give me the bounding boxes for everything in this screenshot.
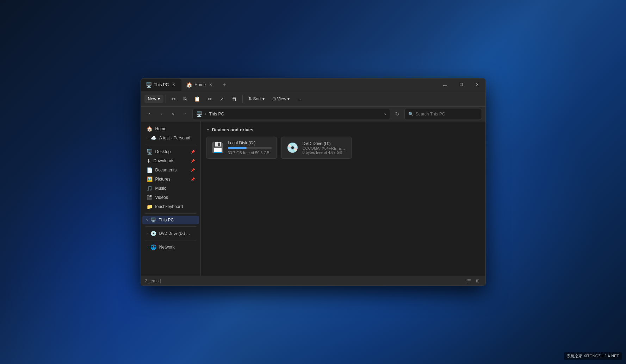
copy-icon: ⎘ [184,96,186,102]
this-pc-sidebar-icon: 🖥️ [151,218,156,222]
local-disk-bar-fill [228,147,247,149]
section-toggle[interactable]: ▼ [206,128,210,132]
sidebar-item-documents[interactable]: 📄 Documents 📌 [142,165,199,175]
status-separator: | [160,278,161,283]
home-icon: 🏠 [147,126,153,132]
sidebar-item-videos[interactable]: 🎬 Videos [142,193,199,202]
view-button[interactable]: ⊞ View ▾ [269,95,293,103]
tab-this-pc[interactable]: 🖥️ This PC ✕ [141,79,182,91]
minimize-button[interactable]: — [437,79,453,91]
delete-icon: 🗑 [232,96,237,102]
address-caret: › [205,112,206,117]
search-box[interactable]: 🔍 [404,109,482,119]
forward-button[interactable]: › [156,109,166,119]
this-pc-tab-close[interactable]: ✕ [171,82,176,88]
view-label: View [277,96,286,101]
sidebar-item-this-pc[interactable]: › 🖥️ This PC [142,216,199,224]
dvd-drive-subtitle: CCCOMA_X64FRE_EN-US_DV9 [303,146,346,150]
back-button[interactable]: ‹ [144,109,154,119]
address-expand-icon[interactable]: ∨ [384,112,386,116]
sidebar-item-pictures[interactable]: 🖼️ Pictures 📌 [142,175,199,184]
copy-button[interactable]: ⎘ [180,94,190,103]
close-button[interactable]: ✕ [469,79,485,91]
new-tab-button[interactable]: + [218,79,230,91]
cloud-expand-arrow: › [147,136,148,140]
sidebar-item-home[interactable]: 🏠 Home [142,124,199,133]
paste-icon: 📋 [194,96,200,102]
maximize-button[interactable]: ☐ [453,79,469,91]
delete-button[interactable]: 🗑 [228,94,240,103]
pictures-pin-icon: 📌 [191,177,195,181]
view-icon: ⊞ [272,96,276,101]
sidebar-touchkeyboard-label: touchkeyboard [155,204,183,209]
local-disk-info: Local Disk (C:) 33.7 GB free of 59.3 GB [228,140,272,155]
sidebar-music-label: Music [155,186,166,191]
this-pc-expand-arrow: › [147,218,148,222]
address-field[interactable]: 🖥️ › This PC ∨ [192,109,390,119]
new-button[interactable]: New ▾ [144,95,163,103]
desktop-pin-icon: 📌 [191,150,195,154]
sidebar-downloads-label: Downloads [154,158,174,163]
sort-button[interactable]: ⇅ Sort ▾ [245,95,268,103]
home-tab-icon: 🏠 [186,82,192,88]
toolbar-separator-1 [166,95,166,103]
cut-button[interactable]: ✂ [168,94,179,103]
drive-item-d[interactable]: 💿 DVD Drive (D:) CCCOMA_X64FRE_EN-US_DV9… [281,137,352,159]
watermark: 系统之家 XITONGZHIJIA.NET [564,352,622,360]
this-pc-tab-label: This PC [154,82,169,87]
documents-icon: 📄 [147,167,153,173]
status-item-count: 2 items | [145,278,161,283]
sidebar-pictures-label: Pictures [155,177,171,182]
up-button[interactable]: ↑ [180,109,190,119]
search-input[interactable] [416,112,478,117]
section-header: ▼ Devices and drives [206,127,480,132]
dvd-drive-info: DVD Drive (D:) CCCOMA_X64FRE_EN-US_DV9 0… [303,141,346,155]
tab-home[interactable]: 🏠 Home ✕ [181,79,218,91]
new-label: New [148,96,156,101]
share-button[interactable]: ↗ [216,94,228,103]
more-button[interactable]: ··· [294,95,304,103]
sort-dropdown-icon: ▾ [262,96,265,101]
this-pc-tab-icon: 🖥️ [146,82,152,88]
dropdown-button[interactable]: ∨ [168,109,178,119]
sidebar-item-dvd[interactable]: › 💿 DVD Drive (D:) CCCOMA_X64F... [142,229,199,238]
drive-item-c[interactable]: 💾 Local Disk (C:) 33.7 GB free of 59.3 G… [206,137,277,159]
search-icon: 🔍 [408,112,414,117]
status-bar: 2 items | ☰ ⊞ [141,276,485,285]
list-view-button[interactable]: ☰ [466,277,473,284]
local-disk-icon-container: 💾 [212,142,224,154]
sidebar-cloud-label: A test - Personal [159,136,190,140]
local-disk-name: Local Disk (C:) [228,140,272,145]
sidebar-item-cloud[interactable]: › ☁️ A test - Personal [142,133,199,143]
paste-button[interactable]: 📋 [191,94,204,103]
sidebar-item-downloads[interactable]: ⬇ Downloads 📌 [142,156,199,165]
dvd-expand-arrow: › [147,232,148,236]
title-bar-spacer [230,79,437,91]
toolbar-separator-2 [242,95,243,103]
home-tab-close[interactable]: ✕ [208,82,213,88]
sidebar-divider-4 [145,240,196,240]
sidebar-documents-label: Documents [155,168,177,172]
address-path-icon: 🖥️ [196,111,202,117]
documents-pin-icon: 📌 [191,168,195,172]
sidebar-divider-2 [145,213,196,214]
view-dropdown-icon: ▾ [287,96,290,101]
toolbar: New ▾ ✂ ⎘ 📋 ✏ ↗ 🗑 ⇅ Sort ▾ ⊞ View [141,91,485,107]
sidebar-item-network[interactable]: › 🌐 Network [142,243,199,252]
tile-view-button[interactable]: ⊞ [474,277,481,284]
rename-button[interactable]: ✏ [204,94,216,103]
main-content: 🏠 Home › ☁️ A test - Personal 🖥️ Desktop… [141,121,485,276]
network-expand-arrow: › [147,245,148,249]
music-icon: 🎵 [147,186,153,191]
sidebar-item-music[interactable]: 🎵 Music [142,184,199,193]
share-icon: ↗ [220,96,224,102]
sidebar-item-touchkeyboard[interactable]: 📁 touchkeyboard [142,202,199,211]
refresh-button[interactable]: ↻ [392,109,402,119]
sidebar-network-label: Network [159,245,175,250]
dvd-drive-icon-container: 💿 [286,142,299,154]
cloud-icon: ☁️ [150,135,156,141]
local-disk-size: 33.7 GB free of 59.3 GB [228,151,272,155]
drives-grid: 💾 Local Disk (C:) 33.7 GB free of 59.3 G… [206,137,480,159]
sort-label: Sort [253,96,261,101]
sidebar-item-desktop[interactable]: 🖥️ Desktop 📌 [142,147,199,156]
